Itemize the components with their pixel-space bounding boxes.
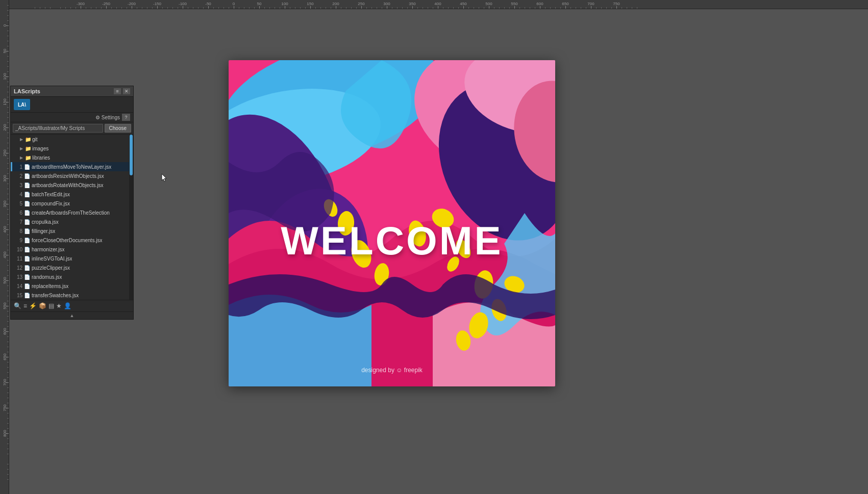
folder-icon: 📁 [25, 146, 31, 151]
list-icon[interactable]: ≡ [23, 302, 27, 309]
file-type-icon: 📄 [24, 192, 30, 197]
search-icon[interactable]: 🔍 [14, 302, 21, 309]
file-item[interactable]: 6 📄 createArtboardsFromTheSelection [11, 208, 133, 217]
file-name: fillinger.jsx [32, 228, 55, 234]
panel-title: LAScripts [14, 88, 40, 94]
file-type-icon: 📄 [24, 219, 30, 225]
ruler-top [9, 0, 868, 9]
file-name: puzzleClipper.jsx [32, 265, 70, 271]
panel-logo: LA\ [14, 99, 30, 110]
file-num: 5 [14, 201, 22, 206]
file-num: 2 [14, 173, 22, 179]
file-num: 8 [14, 228, 22, 234]
choose-button[interactable]: Choose [105, 124, 131, 133]
file-type-icon: 📄 [24, 238, 30, 243]
file-num: 14 [14, 283, 22, 289]
file-type-icon: 📄 [24, 274, 30, 280]
file-item[interactable]: 1 📄 artboardItemsMoveToNewLayer.jsx [11, 162, 133, 171]
ruler-left [0, 0, 9, 494]
file-name: transferSwatches.jsx [32, 293, 79, 298]
file-item[interactable]: 5 📄 compoundFix.jsx [11, 199, 133, 208]
file-type-icon: 📄 [24, 164, 30, 170]
file-type-icon: 📄 [24, 256, 30, 262]
artboard-svg: WELCOME designed by ☺ freepik [229, 60, 555, 386]
file-name: inlineSVGToAI.jsx [32, 256, 72, 262]
panel-window-controls: ≡ ✕ [114, 88, 130, 94]
file-item[interactable]: 3 📄 artboardsRotateWithObjects.jsx [11, 180, 133, 190]
file-name: batchTextEdit.jsx [32, 192, 70, 197]
svg-text:WELCOME: WELCOME [281, 218, 503, 263]
chevron-right-icon: ▶ [20, 146, 24, 151]
file-name: createArtboardsFromTheSelection [32, 210, 110, 216]
file-item[interactable]: 14 📄 replaceItems.jsx [11, 281, 133, 291]
folder-icon: 📁 [25, 155, 31, 161]
folder-item-images[interactable]: ▶ 📁 images [11, 144, 133, 153]
file-item[interactable]: 2 📄 artboardsResizeWithObjects.jsx [11, 171, 133, 180]
chevron-right-icon: ▶ [20, 155, 24, 160]
file-list: ▶ 📁 git ▶ 📁 images ▶ 📁 libraries 1 📄 art… [11, 135, 133, 300]
file-name: randomus.jsx [32, 274, 62, 280]
folder-item-git[interactable]: ▶ 📁 git [11, 135, 133, 144]
panel-close-btn[interactable]: ✕ [123, 88, 130, 94]
file-item[interactable]: 8 📄 fillinger.jsx [11, 226, 133, 236]
file-num: 11 [14, 256, 22, 262]
path-input[interactable] [13, 124, 103, 133]
file-num: 3 [14, 183, 22, 188]
file-name: replaceItems.jsx [32, 283, 68, 289]
chevron-right-icon: ▶ [20, 137, 24, 142]
panel-logo-row: LA\ [11, 97, 133, 113]
file-name: harmonizer.jsx [32, 247, 64, 252]
folder-name: images [32, 146, 48, 151]
file-type-icon: 📄 [24, 283, 30, 289]
file-num: 9 [14, 238, 22, 243]
user-icon[interactable]: 👤 [64, 302, 71, 309]
panel-titlebar[interactable]: LAScripts ≡ ✕ [11, 86, 133, 97]
file-num: 13 [14, 274, 22, 280]
file-num: 6 [14, 210, 22, 216]
file-type-icon: 📄 [24, 228, 30, 234]
file-num: 4 [14, 192, 22, 197]
scrollbar[interactable] [129, 135, 133, 300]
file-item[interactable]: 7 📄 cropulka.jsx [11, 217, 133, 226]
folder-name: git [32, 137, 38, 142]
file-num: 12 [14, 265, 22, 271]
file-num: 7 [14, 219, 22, 225]
file-name: cropulka.jsx [32, 219, 59, 225]
folder-name: libraries [32, 155, 50, 161]
panel-minimize-btn[interactable]: ≡ [114, 88, 121, 94]
star-icon[interactable]: ★ [56, 302, 62, 309]
lightning-icon[interactable]: ⚡ [29, 302, 37, 309]
file-num: 1 [14, 164, 22, 170]
file-item[interactable]: 13 📄 randomus.jsx [11, 272, 133, 281]
file-type-icon: 📄 [24, 265, 30, 271]
layers-icon[interactable]: ▤ [48, 302, 54, 309]
file-type-icon: 📄 [24, 210, 30, 216]
folder-item-libraries[interactable]: ▶ 📁 libraries [11, 153, 133, 162]
scrollbar-thumb[interactable] [130, 135, 133, 175]
file-name: artboardsResizeWithObjects.jsx [32, 173, 104, 179]
file-type-icon: 📄 [24, 247, 30, 252]
artboard: WELCOME designed by ☺ freepik [229, 60, 555, 386]
package-icon[interactable]: 📦 [39, 302, 46, 309]
file-item[interactable]: 10 📄 harmonizer.jsx [11, 245, 133, 254]
file-type-icon: 📄 [24, 201, 30, 206]
file-type-icon: 📄 [24, 173, 30, 179]
panel-bottom-toolbar: 🔍 ≡ ⚡ 📦 ▤ ★ 👤 [11, 300, 133, 311]
file-item[interactable]: 4 📄 batchTextEdit.jsx [11, 190, 133, 199]
file-type-icon: 📄 [24, 183, 30, 188]
file-item[interactable]: 15 📄 transferSwatches.jsx [11, 291, 133, 300]
file-num: 10 [14, 247, 22, 252]
panel-extra-btn[interactable]: ? [122, 114, 130, 121]
gear-icon: ⚙ [95, 115, 100, 120]
folder-icon: 📁 [25, 137, 31, 142]
svg-text:designed by ☺ freepik: designed by ☺ freepik [361, 367, 423, 374]
file-num: 15 [14, 293, 22, 298]
settings-button[interactable]: ⚙ Settings [95, 115, 120, 120]
file-name: compoundFix.jsx [32, 201, 70, 206]
panel-collapse-btn[interactable]: ▲ [11, 311, 133, 319]
cursor-pointer [161, 173, 167, 181]
file-item[interactable]: 9 📄 forceCloseOtherDocuments.jsx [11, 236, 133, 245]
file-name: artboardsRotateWithObjects.jsx [32, 183, 104, 188]
file-item[interactable]: 12 📄 puzzleClipper.jsx [11, 263, 133, 272]
file-item[interactable]: 11 📄 inlineSVGToAI.jsx [11, 254, 133, 263]
